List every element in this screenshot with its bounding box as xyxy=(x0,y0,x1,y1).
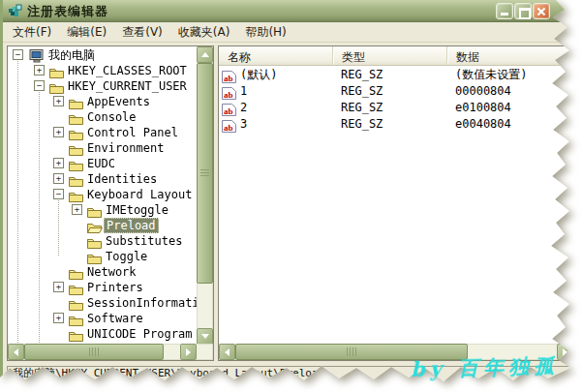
registry-tree: −我的电脑+HKEY_CLASSES_ROOT−HKEY_CURRENT_USE… xyxy=(8,47,197,345)
folder-icon xyxy=(69,95,84,108)
tree-item[interactable]: Toggle xyxy=(8,249,197,264)
expander-plus-icon[interactable]: + xyxy=(53,127,64,137)
value-name: (默认) xyxy=(240,67,331,83)
registry-tree-panel: −我的电脑+HKEY_CLASSES_ROOT−HKEY_CURRENT_USE… xyxy=(7,45,214,361)
menu-favorites[interactable]: 收藏夹(A) xyxy=(170,22,238,43)
scroll-right-button[interactable] xyxy=(557,344,573,360)
expander-minus-icon[interactable]: − xyxy=(13,49,23,60)
string-value-icon: ab xyxy=(222,102,236,114)
tree-horizontal-scrollbar[interactable] xyxy=(8,344,213,360)
folder-icon xyxy=(69,172,84,186)
arrow-up-icon xyxy=(201,52,209,57)
maximize-button[interactable] xyxy=(514,3,532,19)
value-type: REG_SZ xyxy=(341,83,447,100)
scroll-up-button[interactable] xyxy=(197,46,213,63)
value-type: REG_SZ xyxy=(341,116,447,133)
tree-item[interactable]: −HKEY_CURRENT_USER xyxy=(8,78,197,94)
tree-item[interactable]: +Printers xyxy=(8,280,197,295)
tree-item[interactable]: +IMEtoggle xyxy=(8,202,197,218)
expander-plus-icon[interactable]: + xyxy=(34,65,45,75)
tree-item[interactable]: UNICODE Program Gro xyxy=(8,326,197,342)
registry-value-row[interactable]: ab2REG_SZe0100804 xyxy=(219,100,573,116)
svg-text:ab: ab xyxy=(224,123,233,133)
menu-view[interactable]: 查看(V) xyxy=(114,22,170,43)
menu-edit[interactable]: 编辑(E) xyxy=(59,22,114,43)
column-headers: 名称 类型 数据 xyxy=(219,46,573,66)
tree-item[interactable]: −Keyboard Layout xyxy=(8,187,197,202)
column-header-type[interactable]: 类型 xyxy=(333,46,447,65)
value-data: e0040804 xyxy=(455,116,573,133)
tree-item[interactable]: Network xyxy=(8,264,197,280)
folder-icon xyxy=(69,281,84,294)
vertical-scroll-thumb[interactable] xyxy=(197,63,213,284)
expander-plus-icon[interactable]: + xyxy=(53,173,64,184)
expander-plus-icon[interactable]: + xyxy=(72,204,82,215)
tree-item-label: Toggle xyxy=(104,249,149,264)
registry-value-row[interactable]: ab3REG_SZe0040804 xyxy=(219,116,573,133)
folder-icon xyxy=(49,79,65,93)
folder-icon xyxy=(69,296,84,310)
menu-bar: 文件(F) 编辑(E) 查看(V) 收藏夹(A) 帮助(H) xyxy=(3,22,573,43)
tree-item[interactable]: Environment xyxy=(8,140,197,156)
registry-editor-window: 注册表编辑器 文件(F) 编辑(E) 查看(V) 收藏夹(A) 帮助(H) −我… xyxy=(0,0,573,385)
tree-item-label: IMEtoggle xyxy=(104,202,170,218)
computer-icon xyxy=(29,48,45,62)
tree-item[interactable]: +HKEY_CLASSES_ROOT xyxy=(8,63,197,78)
folder-icon xyxy=(69,126,84,139)
tree-item[interactable]: +EUDC xyxy=(8,156,197,171)
value-name: 2 xyxy=(240,100,331,116)
registry-value-row[interactable]: ab(默认)REG_SZ(数值未设置) xyxy=(219,67,573,83)
expander-plus-icon[interactable]: + xyxy=(53,158,64,168)
menu-file[interactable]: 文件(F) xyxy=(5,22,59,43)
expander-plus-icon[interactable]: + xyxy=(53,282,64,292)
tree-item[interactable]: Substitutes xyxy=(8,233,197,249)
expander-plus-icon[interactable]: + xyxy=(53,313,64,323)
tree-item[interactable]: Console xyxy=(8,109,197,125)
menu-help[interactable]: 帮助(H) xyxy=(237,22,293,43)
value-data: (数值未设置) xyxy=(455,67,573,83)
scroll-down-button[interactable] xyxy=(197,328,213,345)
tree-item-label: SessionInformation xyxy=(85,295,197,311)
close-button[interactable] xyxy=(533,3,550,19)
screenshot-page: 注册表编辑器 文件(F) 编辑(E) 查看(V) 收藏夹(A) 帮助(H) −我… xyxy=(0,0,582,392)
string-value-icon: ab xyxy=(222,118,236,131)
tree-item-label: Keyboard Layout xyxy=(85,187,194,202)
column-header-data[interactable]: 数据 xyxy=(447,46,573,65)
tree-item[interactable]: +Identities xyxy=(8,171,197,187)
tree-item[interactable]: SessionInformation xyxy=(8,295,197,311)
folder-icon xyxy=(69,141,84,155)
expander-plus-icon[interactable]: + xyxy=(53,96,64,106)
folder-icon xyxy=(69,327,84,341)
scroll-left-button[interactable] xyxy=(8,344,24,360)
title-bar[interactable]: 注册表编辑器 xyxy=(3,0,573,22)
tree-item-label: Substitutes xyxy=(104,233,184,249)
registry-value-row[interactable]: ab1REG_SZ00000804 xyxy=(219,83,573,100)
tree-vertical-scrollbar[interactable] xyxy=(197,46,213,344)
expander-minus-icon[interactable]: − xyxy=(53,189,64,199)
minimize-button[interactable] xyxy=(496,3,513,19)
horizontal-scroll-thumb[interactable] xyxy=(24,344,164,360)
window-title: 注册表编辑器 xyxy=(27,3,108,20)
value-data: e0100804 xyxy=(455,100,573,116)
tree-item-label: 我的电脑 xyxy=(46,47,97,63)
svg-text:ab: ab xyxy=(224,74,233,83)
tree-item[interactable]: +Software xyxy=(8,311,197,326)
registry-app-icon xyxy=(8,3,23,18)
tree-item-label: HKEY_CLASSES_ROOT xyxy=(66,63,189,78)
folder-icon xyxy=(69,110,84,124)
value-type: REG_SZ xyxy=(341,67,447,83)
arrow-left-icon xyxy=(225,348,230,356)
tree-item-label: Identities xyxy=(85,171,159,187)
tree-item-label: UNICODE Program Gro xyxy=(85,326,197,342)
scroll-left-button[interactable] xyxy=(219,344,235,360)
thumb-grip xyxy=(200,169,209,177)
scroll-right-button[interactable] xyxy=(180,344,197,360)
column-header-name[interactable]: 名称 xyxy=(219,46,333,65)
expander-minus-icon[interactable]: − xyxy=(34,80,45,91)
tree-item[interactable]: Preload xyxy=(8,218,197,233)
folder-icon xyxy=(87,250,103,263)
tree-item[interactable]: −我的电脑 xyxy=(8,47,197,63)
tree-item-label: Console xyxy=(85,109,138,125)
tree-item[interactable]: +Control Panel xyxy=(8,125,197,140)
tree-item[interactable]: +AppEvents xyxy=(8,94,197,109)
